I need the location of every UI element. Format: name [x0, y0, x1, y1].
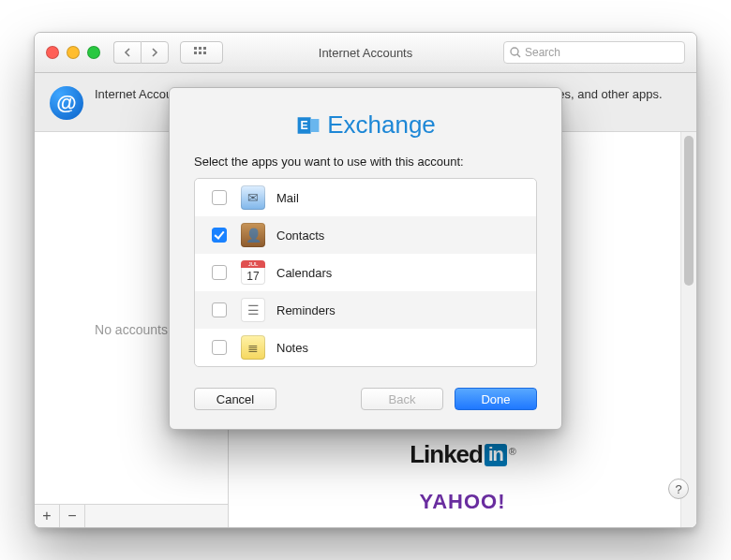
app-row: JUL17Calendars	[195, 254, 536, 291]
app-row: ≣Notes	[195, 329, 536, 366]
app-checkbox[interactable]	[212, 340, 227, 355]
registered-mark: ®	[509, 446, 515, 457]
no-accounts-label: No accounts	[95, 322, 168, 337]
provider-linkedin[interactable]: Linked in ®	[410, 440, 515, 469]
exchange-setup-sheet: E Exchange Select the apps you want to u…	[169, 87, 562, 430]
linkedin-word: Linked	[410, 440, 483, 469]
calendar-icon: JUL17	[241, 260, 265, 285]
preferences-window: Internet Accounts Search @ Internet Acco…	[34, 32, 697, 528]
app-checkbox[interactable]	[212, 265, 227, 280]
app-label: Mail	[276, 191, 299, 205]
done-button[interactable]: Done	[455, 388, 537, 410]
forward-button[interactable]	[141, 41, 169, 64]
app-label: Contacts	[276, 228, 324, 243]
svg-point-6	[511, 48, 518, 55]
window-controls	[46, 46, 100, 59]
back-button[interactable]	[113, 41, 141, 64]
app-row: ☰Reminders	[195, 291, 536, 329]
exchange-brand: E Exchange	[194, 111, 537, 140]
app-checkbox[interactable]	[212, 190, 227, 205]
app-row: 👤Contacts	[195, 216, 536, 254]
app-label: Calendars	[276, 266, 332, 280]
app-label: Reminders	[276, 303, 336, 317]
remove-account-button[interactable]: −	[60, 505, 85, 527]
mail-icon: ✉︎	[241, 185, 265, 210]
svg-text:E: E	[301, 119, 308, 132]
svg-rect-1	[199, 47, 201, 50]
sidebar-footer: + −	[35, 504, 228, 527]
sheet-footer: Cancel Back Done	[194, 388, 537, 410]
search-icon	[510, 47, 521, 58]
close-window-icon[interactable]	[46, 46, 59, 59]
internet-accounts-icon: @	[50, 86, 83, 120]
svg-line-7	[517, 54, 520, 57]
nav-back-forward	[113, 41, 169, 64]
provider-yahoo[interactable]: YAHOO!	[420, 490, 506, 514]
svg-rect-3	[194, 52, 197, 54]
svg-rect-4	[199, 52, 201, 54]
sheet-instruction: Select the apps you want to use with thi…	[194, 155, 537, 169]
app-list: ✉︎Mail👤ContactsJUL17Calendars☰Reminders≣…	[194, 178, 537, 367]
scrollbar-thumb[interactable]	[684, 136, 694, 286]
titlebar: Internet Accounts Search	[35, 33, 696, 73]
add-account-button[interactable]: +	[35, 505, 60, 527]
zoom-window-icon[interactable]	[87, 46, 100, 59]
svg-rect-5	[203, 52, 206, 54]
help-button[interactable]: ?	[668, 479, 689, 499]
minimize-window-icon[interactable]	[67, 46, 80, 59]
search-placeholder: Search	[525, 46, 560, 59]
show-all-button[interactable]	[180, 41, 223, 64]
provider-list: Linked in ® YAHOO!	[410, 440, 515, 514]
app-label: Notes	[276, 341, 308, 355]
svg-rect-10	[311, 119, 320, 132]
exchange-brand-text: Exchange	[327, 111, 436, 140]
contacts-icon: 👤	[241, 223, 265, 247]
notes-icon: ≣	[241, 335, 265, 360]
linkedin-badge: in	[485, 444, 507, 466]
app-checkbox[interactable]	[212, 302, 227, 317]
reminders-icon: ☰	[241, 298, 265, 322]
scrollbar[interactable]	[680, 132, 696, 527]
svg-rect-0	[194, 47, 197, 50]
grid-icon	[194, 47, 209, 58]
exchange-icon: E	[295, 112, 321, 139]
svg-rect-2	[203, 47, 206, 50]
app-row: ✉︎Mail	[195, 179, 536, 216]
back-button-sheet[interactable]: Back	[361, 388, 443, 410]
search-input[interactable]: Search	[503, 41, 685, 64]
cancel-button[interactable]: Cancel	[194, 388, 276, 410]
app-checkbox[interactable]	[212, 228, 227, 243]
